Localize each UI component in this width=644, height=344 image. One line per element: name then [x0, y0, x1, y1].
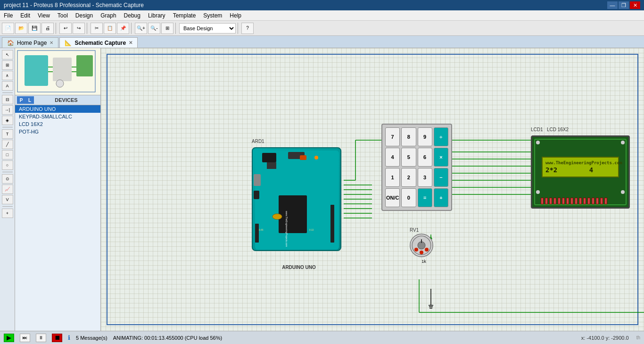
keypad-key-9[interactable]: 2 — [401, 168, 416, 187]
svg-rect-44 — [279, 195, 307, 233]
cut-button[interactable]: ✂ — [91, 23, 103, 34]
stop-button[interactable]: ⏹ — [52, 334, 62, 342]
circle-tool[interactable]: ○ — [2, 160, 13, 170]
menu-item-edit[interactable]: Edit — [17, 11, 34, 20]
schematic-area[interactable]: ARD1 — [101, 48, 644, 331]
pause-button[interactable]: ⏸ — [36, 334, 46, 342]
menu-item-design[interactable]: Design — [72, 11, 97, 20]
maximize-button[interactable]: ❐ — [619, 1, 629, 9]
wire-tool[interactable]: ∧ — [2, 71, 13, 80]
keypad-key-11[interactable]: − — [434, 168, 448, 187]
status-bar: ▶ ⏭ ⏸ ⏹ ℹ 5 Message(s) ANIMATING: 00:01:… — [0, 331, 644, 344]
bus-tool[interactable]: ⊟ — [2, 95, 13, 104]
tab-schematic-close[interactable]: ✕ — [129, 40, 132, 45]
redo-button[interactable]: ↪ — [73, 23, 85, 34]
menu-item-file[interactable]: File — [0, 11, 17, 20]
device-item[interactable]: ARDUINO UNO — [15, 105, 100, 113]
menu-item-template[interactable]: Template — [169, 11, 200, 20]
voltage-tool[interactable]: V — [2, 195, 13, 204]
menu-item-help[interactable]: Help — [226, 11, 245, 20]
l-button[interactable]: L — [25, 96, 34, 104]
zoom-out-button[interactable]: 🔍- — [148, 23, 160, 34]
minimap-svg — [15, 48, 100, 95]
zoom-fit-button[interactable]: ⊞ — [161, 23, 173, 34]
undo-button[interactable]: ↩ — [59, 23, 72, 34]
add-tool[interactable]: + — [2, 209, 13, 218]
minimap — [15, 48, 100, 95]
menu-item-graph[interactable]: Graph — [97, 11, 120, 20]
device-item[interactable]: KEYPAD-SMALLCALC — [15, 113, 100, 120]
keypad-key-4[interactable]: 4 — [385, 148, 400, 167]
line-tool[interactable]: ╱ — [2, 140, 13, 149]
select-tool[interactable]: ↖ — [2, 50, 13, 59]
pin-tool[interactable]: ◈ — [2, 116, 13, 125]
probe-tool[interactable]: ⊙ — [2, 174, 13, 184]
menu-item-debug[interactable]: Debug — [120, 11, 144, 20]
device-item[interactable]: POT-HG — [15, 128, 100, 135]
pot-component: RV1 1k — [410, 227, 438, 265]
animation-text: ANIMATING: 00:01:13.455000 (CPU load 56%… — [113, 335, 223, 341]
tab-schematic[interactable]: 📐 Schematic Capture ✕ — [59, 37, 138, 48]
tab-schematic-label: Schematic Capture — [74, 40, 126, 46]
box-tool[interactable]: □ — [2, 150, 13, 159]
side-panel: P L DEVICES ARDUINO UNOKEYPAD-SMALLCALCL… — [15, 48, 101, 331]
label-tool[interactable]: A — [2, 81, 13, 91]
help-button[interactable]: ? — [241, 23, 254, 34]
keypad-key-0[interactable]: 7 — [385, 127, 400, 146]
keypad-key-5[interactable]: 5 — [401, 148, 416, 167]
tab-homepage-close[interactable]: ✕ — [50, 40, 53, 45]
keypad-key-7[interactable]: × — [434, 148, 448, 167]
keypad-key-15[interactable]: + — [434, 188, 448, 207]
step-play-button[interactable]: ⏭ — [20, 334, 30, 342]
design-dropdown[interactable]: Base Design — [179, 23, 236, 34]
svg-point-48 — [314, 156, 318, 159]
print-button[interactable]: 🖨 — [41, 23, 54, 34]
keypad-key-3[interactable]: ÷ — [434, 127, 448, 146]
schematic-icon: 📐 — [65, 40, 72, 46]
menu-item-library[interactable]: Library — [144, 11, 169, 20]
device-item[interactable]: LCD 16X2 — [15, 120, 100, 128]
keypad-key-8[interactable]: 1 — [385, 168, 400, 187]
save-button[interactable]: 💾 — [28, 23, 41, 34]
svg-rect-46 — [267, 162, 276, 169]
terminal-tool[interactable]: →| — [2, 105, 13, 115]
svg-rect-52 — [255, 224, 259, 243]
home-icon: 🏠 — [7, 40, 14, 46]
keypad-key-1[interactable]: 8 — [401, 127, 416, 146]
new-button[interactable]: 📄 — [2, 23, 14, 34]
pot-ref: RV1 — [410, 227, 438, 233]
minimize-button[interactable]: — — [607, 1, 618, 9]
keypad-key-14[interactable]: = — [418, 188, 432, 207]
svg-rect-2 — [76, 55, 93, 76]
copy-button[interactable]: 📋 — [104, 23, 116, 34]
keypad-key-6[interactable]: 6 — [418, 148, 432, 167]
tab-homepage[interactable]: 🏠 Home Page ✕ — [2, 37, 58, 48]
component-tool[interactable]: ⊞ — [2, 60, 13, 70]
arduino-svg: www.TheEngineeringProjects.com A0-A5 0-1… — [253, 148, 340, 250]
lcd-ref: LCD1 — [531, 127, 543, 132]
keypad-key-2[interactable]: 9 — [418, 127, 432, 146]
p-button[interactable]: P — [17, 96, 25, 104]
svg-rect-0 — [25, 55, 48, 86]
menu-item-system[interactable]: System — [199, 11, 226, 20]
paste-button[interactable]: 📌 — [117, 23, 129, 34]
zoom-in-button[interactable]: 🔍+ — [135, 23, 147, 34]
toolbar: 📄 📂 💾 🖨 ↩ ↪ ✂ 📋 📌 🔍+ 🔍- ⊞ Base Design ? — [0, 21, 644, 36]
svg-point-45 — [272, 214, 282, 219]
text-tool[interactable]: T — [2, 129, 13, 139]
svg-rect-40 — [262, 153, 276, 162]
menu-item-view[interactable]: View — [34, 11, 54, 20]
menu-item-tool[interactable]: Tool — [54, 11, 72, 20]
open-button[interactable]: 📂 — [15, 23, 27, 34]
keypad-key-10[interactable]: 3 — [418, 168, 432, 187]
menu-items: FileEditViewToolDesignGraphDebugLibraryT… — [0, 11, 245, 20]
menu-bar: FileEditViewToolDesignGraphDebugLibraryT… — [0, 10, 644, 21]
info-icon: ℹ — [68, 334, 70, 341]
keypad-key-13[interactable]: 0 — [401, 188, 416, 207]
tabs-bar: 🏠 Home Page ✕ 📐 Schematic Capture ✕ — [0, 36, 644, 48]
svg-rect-53 — [330, 205, 334, 243]
close-button[interactable]: ✕ — [630, 1, 640, 9]
graph-tool[interactable]: 📈 — [2, 185, 13, 194]
keypad-key-12[interactable]: ON/C — [385, 188, 400, 207]
play-button[interactable]: ▶ — [4, 334, 14, 342]
